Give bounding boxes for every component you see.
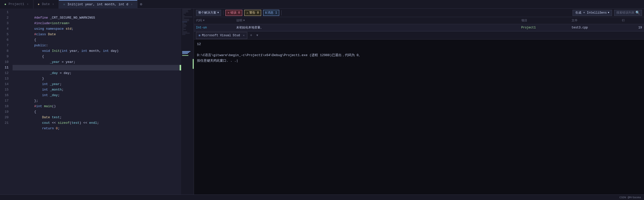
- minimap-scrollbar: [193, 59, 194, 69]
- console-output-line-1: 12: [197, 42, 641, 47]
- line-num-21: 21: [0, 120, 11, 126]
- console-tab-add-button[interactable]: +: [248, 33, 254, 38]
- main-area: 1 2 3 4 5 6 7 8 9 10 11 12 13 14 15 16 1…: [0, 9, 644, 194]
- col-header-desc[interactable]: 说明 ▼: [236, 18, 521, 23]
- tab-date[interactable]: ◈ Date ›: [33, 0, 59, 9]
- code-line-6: public:: [13, 37, 181, 43]
- code-line-2: #include<iostream>: [13, 15, 181, 21]
- error-badge-info[interactable]: ℹ 消息 1: [263, 10, 279, 16]
- col-header-proj[interactable]: 项目: [521, 18, 572, 23]
- line-num-17: 17: [0, 98, 11, 104]
- tab-init-label: Init(int year, int month, int d: [67, 3, 128, 6]
- console-output-line-4: 按任意键关闭此窗口. . .|: [197, 58, 641, 64]
- info-count-label: 消息 1: [267, 11, 277, 15]
- line-num-12: 12: [0, 70, 11, 76]
- line-num-15: 15: [0, 87, 11, 93]
- error-table: 代码 ▼ 说明 ▼ 项目 文件 行 Int-un: [194, 17, 644, 31]
- status-bar: CSDN @MrGaoma: [0, 194, 644, 200]
- console-output-line-3: D:\C语言\gitware\begin_-c\Project1\x64\Deb…: [197, 53, 641, 58]
- line-num-3: 3: [0, 21, 11, 26]
- line-num-11: 11: [0, 65, 11, 70]
- line-num-10: 10: [0, 59, 11, 65]
- code-line-9: _year = year;: [13, 54, 181, 59]
- status-credit: CSDN @MrGaoma: [619, 196, 641, 199]
- col-header-code[interactable]: 代码 ▼: [196, 18, 236, 23]
- line-num-20: 20: [0, 115, 11, 120]
- console-tab-close-button[interactable]: ✕: [243, 34, 245, 37]
- tab-separator-2: ›: [51, 3, 55, 6]
- col-header-file[interactable]: 文件: [572, 18, 622, 23]
- error-desc-cell: 未初始化本地变量。: [236, 25, 521, 30]
- col-header-line[interactable]: 行: [622, 18, 642, 23]
- code-line-11: _day = day;: [13, 65, 181, 70]
- line-numbers: 1 2 3 4 5 6 7 8 9 10 11 12 13 14 15 16 1…: [0, 9, 13, 194]
- scope-select[interactable]: 整个解决方案 ▼: [196, 10, 221, 16]
- console-tab-bar: ⊞ Microsoft Visual Stud ✕ + ▼: [194, 31, 644, 39]
- code-line-18: {: [13, 104, 181, 109]
- error-line-cell: 19: [622, 26, 642, 29]
- cursor: |: [236, 58, 238, 64]
- init-icon: ○: [62, 3, 66, 6]
- tab-date-label: Date: [42, 2, 50, 6]
- col-header-code-sort: ▼: [203, 19, 205, 22]
- console-tab-more-button[interactable]: ▼: [255, 34, 260, 37]
- line-num-18: 18: [0, 104, 11, 109]
- console-tab-vs[interactable]: ⊞ Microsoft Visual Stud ✕: [196, 32, 247, 39]
- line-num-14: 14: [0, 82, 11, 87]
- code-line-14: int _month;: [13, 82, 181, 87]
- console-output: 12 D:\C语言\gitware\begin_-c\Project1\x64\…: [194, 39, 644, 194]
- code-line-16: };: [13, 93, 181, 98]
- code-content[interactable]: #define _CRT_SECURE_NO_WARNINGS #include…: [13, 9, 181, 194]
- tab-init[interactable]: ○ Init(int year, int month, int d ›: [59, 0, 137, 9]
- line-num-5: 5: [0, 32, 11, 37]
- error-toolbar: 整个解决方案 ▼ ✕ 错误 0 ⚠ 警告 0 ℹ 消息 1 生成 + Intel…: [194, 9, 644, 17]
- code-line-3: using namespace std;: [13, 21, 181, 26]
- warning-count-label: 警告 0: [249, 11, 259, 15]
- code-line-15: int _day;: [13, 87, 181, 93]
- tab-project1-label: Project1: [9, 2, 24, 6]
- search-error-button[interactable]: 搜索错误列表 🔍: [614, 10, 642, 16]
- error-badge-warnings[interactable]: ⚠ 警告 0: [244, 10, 261, 16]
- line-num-16: 16: [0, 93, 11, 98]
- minimap-lines: [181, 9, 194, 194]
- code-line-17: #int main(): [13, 98, 181, 104]
- date-icon: ◈: [37, 3, 41, 6]
- warning-triangle-icon: ⚠: [247, 11, 248, 14]
- code-line-13: int _year;: [13, 76, 181, 82]
- line-num-13: 13: [0, 76, 11, 82]
- divider-1: [223, 10, 223, 15]
- error-table-header: 代码 ▼ 说明 ▼ 项目 文件 行: [194, 17, 644, 24]
- line-num-7: 7: [0, 43, 11, 48]
- table-row[interactable]: Int-un 未初始化本地变量。 Project1 test3.cpp 19: [194, 24, 644, 31]
- build-label: 生成 + IntelliSens: [575, 11, 607, 15]
- editor-panel: 1 2 3 4 5 6 7 8 9 10 11 12 13 14 15 16 1…: [0, 9, 194, 194]
- col-header-desc-sort: ▼: [243, 19, 245, 22]
- code-container: 1 2 3 4 5 6 7 8 9 10 11 12 13 14 15 16 1…: [0, 9, 194, 194]
- code-line-5: {: [13, 32, 181, 37]
- line-num-8: 8: [0, 48, 11, 54]
- line-num-9: 9: [0, 54, 11, 59]
- code-line-4: #class Date: [13, 26, 181, 32]
- line-num-6: 6: [0, 37, 11, 43]
- error-badge-errors[interactable]: ✕ 错误 0: [225, 10, 242, 16]
- tab-project1[interactable]: ◆ Project1 ›: [0, 0, 33, 9]
- line-num-2: 2: [0, 15, 11, 21]
- build-button[interactable]: 生成 + IntelliSens ▼: [573, 10, 612, 16]
- tab-separator-1: ›: [26, 3, 29, 6]
- error-proj-cell: Project1: [521, 26, 572, 29]
- code-line-10: _month = month;: [13, 59, 181, 65]
- tab-add-button[interactable]: ⊕: [137, 2, 145, 7]
- code-line-20: cout << sizeof(test) << endl;: [13, 115, 181, 120]
- info-circle-icon: ℹ: [265, 11, 266, 14]
- divider-2: [281, 10, 281, 15]
- search-icon: 🔍: [635, 11, 640, 15]
- console-panel: ⊞ Microsoft Visual Stud ✕ + ▼ 12 D:\C语言\…: [194, 31, 644, 194]
- line-num-1: 1: [0, 10, 11, 15]
- scope-label: 整个解决方案: [198, 11, 216, 15]
- scope-dropdown-icon: ▼: [217, 11, 219, 14]
- line-num-19: 19: [0, 109, 11, 115]
- code-line-1: #define _CRT_SECURE_NO_WARNINGS: [13, 10, 181, 15]
- build-dropdown-icon: ▼: [608, 11, 609, 14]
- console-output-line-2: [197, 47, 641, 53]
- error-code-cell: Int-un: [196, 26, 236, 29]
